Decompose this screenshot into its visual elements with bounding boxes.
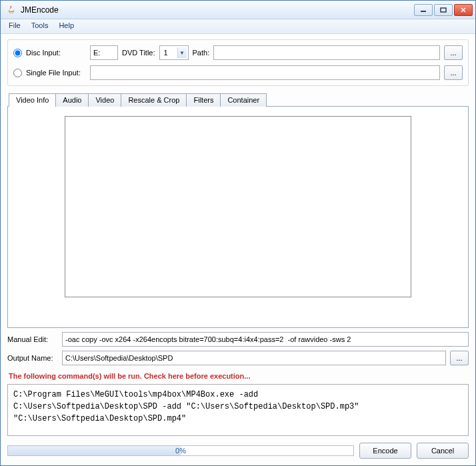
tab-header: Video Info Audio Video Rescale & Crop Fi… (7, 93, 469, 107)
browse-single-button[interactable]: ... (444, 65, 463, 80)
tab-filters[interactable]: Filters (186, 93, 221, 107)
drive-input[interactable] (90, 45, 118, 60)
single-file-input[interactable] (90, 65, 440, 80)
menu-file[interactable]: File (3, 19, 26, 33)
tabs: Video Info Audio Video Rescale & Crop Fi… (7, 93, 469, 328)
menubar: File Tools Help (1, 19, 475, 34)
single-file-label: Single File Input: (26, 69, 86, 77)
path-input[interactable] (213, 45, 440, 60)
browse-output-button[interactable]: ... (450, 351, 469, 365)
svg-rect-1 (441, 8, 446, 12)
input-group: Disc Input: DVD Title: 1 ▼ Path: ... Sin… (7, 39, 469, 86)
minimize-button[interactable] (414, 4, 433, 16)
tab-body (7, 106, 469, 328)
encode-button[interactable]: Encode (359, 443, 411, 459)
progress-bar: 0% (7, 445, 354, 456)
disc-input-label: Disc Input: (26, 49, 86, 57)
output-name-row: Output Name: ... (7, 351, 469, 365)
window-buttons (414, 4, 473, 16)
browse-path-button[interactable]: ... (444, 45, 463, 60)
content: Disc Input: DVD Title: 1 ▼ Path: ... Sin… (1, 34, 475, 465)
maximize-button[interactable] (434, 4, 453, 16)
chevron-down-icon: ▼ (177, 47, 187, 58)
tab-rescale-crop[interactable]: Rescale & Crop (121, 93, 187, 107)
bottom-bar: 0% Encode Cancel (7, 440, 469, 459)
tab-video[interactable]: Video (88, 93, 121, 107)
close-button[interactable] (454, 4, 473, 16)
preview-pane (65, 116, 411, 297)
output-name-input[interactable] (62, 351, 446, 365)
progress-label: 0% (8, 446, 353, 455)
manual-edit-row: Manual Edit: (7, 332, 469, 347)
window: JMEncode File Tools Help Disc Input: DVD… (0, 0, 476, 466)
tab-container[interactable]: Container (220, 93, 267, 107)
command-preview[interactable]: C:\Program Files\MeGUI\tools\mp4box\MP4B… (7, 384, 469, 436)
path-label: Path: (193, 49, 210, 57)
output-name-label: Output Name: (7, 354, 58, 362)
disc-input-radio[interactable] (13, 49, 22, 57)
single-file-radio[interactable] (13, 69, 22, 77)
manual-edit-label: Manual Edit: (7, 335, 58, 343)
menu-help[interactable]: Help (53, 19, 79, 33)
window-title: JMEncode (21, 5, 414, 15)
dvd-title-label: DVD Title: (122, 49, 155, 57)
cancel-button[interactable]: Cancel (417, 443, 469, 459)
dvd-title-value: 1 (164, 49, 168, 57)
dvd-title-select[interactable]: 1 ▼ (159, 45, 189, 60)
warning-text: The following command(s) will be run. Ch… (7, 369, 469, 380)
single-file-row: Single File Input: ... (13, 65, 463, 80)
menu-tools[interactable]: Tools (26, 19, 54, 33)
titlebar: JMEncode (1, 1, 475, 19)
tab-audio[interactable]: Audio (55, 93, 89, 107)
java-icon (6, 5, 17, 15)
disc-input-row: Disc Input: DVD Title: 1 ▼ Path: ... (13, 45, 463, 60)
tab-video-info[interactable]: Video Info (9, 93, 56, 107)
svg-rect-0 (421, 11, 426, 12)
manual-edit-input[interactable] (62, 332, 469, 347)
